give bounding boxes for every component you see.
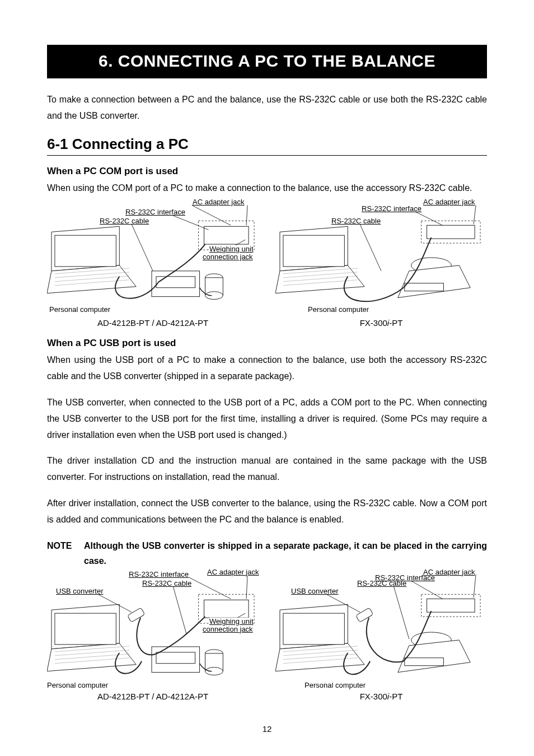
label-usb-conv: USB converter [56,587,104,595]
svg-rect-29 [405,283,444,291]
subsection-2-p2: The USB converter, when connected to the… [47,395,487,443]
svg-marker-54 [275,643,364,671]
subsection-1-heading: When a PC COM port is used [47,166,487,177]
svg-rect-42 [156,652,195,664]
svg-rect-26 [421,221,480,244]
label-weigh-l1: Weighing unit [209,245,254,253]
svg-marker-33 [51,604,119,649]
subsection-2-p4: After driver installation, connect the U… [47,496,487,528]
caption-suffix: -PT [389,318,402,328]
label-rs-interface: RS-232C interface [362,205,421,212]
figure-usb-right: USB converter RS-232C cable RS-232C inte… [275,572,487,701]
svg-marker-34 [47,643,136,671]
note: NOTE Although the USB converter is shipp… [47,538,487,568]
svg-line-22 [283,268,358,274]
svg-line-39 [55,658,129,664]
svg-rect-61 [421,594,480,617]
svg-rect-8 [156,277,195,288]
svg-point-11 [205,274,223,282]
caption-prefix: FX-300 [360,692,387,701]
caption-usb-right: FX-300i-PT [360,692,403,701]
label-rs-cable: RS-232C cable [100,217,149,225]
svg-point-63 [411,632,452,648]
label-pc: Personal computer [305,682,366,689]
svg-line-59 [283,658,358,664]
svg-rect-64 [405,658,444,666]
svg-point-47 [205,668,223,675]
svg-line-14 [192,206,231,226]
label-rs-cable: RS-232C cable [331,217,381,225]
svg-point-28 [411,258,452,273]
label-ac-jack: AC adapter jack [207,568,259,576]
svg-line-49 [246,574,247,599]
svg-line-50 [96,593,132,612]
svg-marker-53 [280,604,348,649]
svg-point-13 [205,292,223,300]
svg-rect-27 [427,226,475,239]
svg-line-48 [185,575,231,599]
svg-rect-12 [205,278,223,296]
caption-com-left: AD-4212B-PT / AD-4212A-PT [97,318,208,328]
svg-rect-46 [205,654,223,671]
svg-line-58 [283,654,358,660]
svg-line-23 [283,272,358,278]
svg-rect-10 [204,227,249,245]
svg-line-25 [283,280,358,286]
figure-com-left: RS-232C cable RS-232C interface AC adapt… [47,198,259,328]
svg-marker-1 [47,265,136,293]
svg-line-3 [55,268,129,274]
svg-line-24 [283,276,358,282]
svg-rect-55 [283,613,344,645]
svg-line-56 [283,646,358,652]
intro-paragraph: To make a connection between a PC and th… [47,92,487,124]
label-weigh-l1: Weighing unit [209,618,254,625]
svg-line-57 [283,650,358,656]
label-usb-conv: USB converter [291,587,339,595]
label-ac-jack: AC adapter jack [423,198,475,206]
svg-marker-20 [275,265,364,293]
svg-line-17 [170,214,209,230]
label-rs-interface: RS-232C interface [125,208,185,216]
svg-line-37 [55,650,129,656]
svg-line-4 [55,272,129,278]
label-ac-jack: AC adapter jack [423,568,475,576]
svg-line-38 [55,654,129,660]
label-pc: Personal computer [49,306,110,313]
figure-row-com: RS-232C cable RS-232C interface AC adapt… [47,198,487,328]
svg-rect-41 [152,647,200,673]
chapter-title: 6. CONNECTING A PC TO THE BALANCE [47,45,487,78]
svg-rect-35 [55,613,116,645]
svg-line-67 [325,593,360,612]
label-pc: Personal computer [308,306,369,313]
svg-rect-2 [55,236,116,267]
caption-com-right: FX-300i-PT [360,318,403,328]
svg-line-16 [130,222,153,272]
subsection-1-body: When using the COM port of a PC to make … [47,180,487,197]
subsection-2-heading: When a PC USB port is used [47,338,487,349]
svg-line-51 [173,585,186,633]
caption-prefix: FX-300 [360,318,387,328]
subsection-2-p3: The driver installation CD and the instr… [47,453,487,486]
svg-line-66 [474,574,476,598]
figure-row-usb: USB converter RS-232C cable RS-232C inte… [47,572,487,701]
svg-rect-44 [204,600,249,618]
label-rs-interface: RS-232C interface [129,571,189,578]
svg-rect-7 [152,271,200,297]
diagram-svg [275,198,487,316]
label-ac-jack: AC adapter jack [193,198,245,206]
svg-point-45 [205,650,223,657]
svg-marker-0 [51,227,119,272]
svg-rect-40 [128,608,145,622]
svg-rect-21 [283,236,344,267]
svg-rect-60 [356,608,373,622]
figure-com-right: RS-232C cable RS-232C interface AC adapt… [275,198,487,328]
svg-line-68 [394,585,409,638]
svg-line-15 [246,206,247,226]
svg-marker-19 [280,227,348,272]
note-label: NOTE [47,538,84,568]
subsection-2-p1: When using the USB port of a PC to make … [47,352,487,385]
figure-usb-left: USB converter RS-232C cable RS-232C inte… [47,572,259,701]
label-weigh-l2: connection jack [203,626,253,633]
svg-line-32 [359,222,381,272]
svg-line-36 [55,646,129,652]
